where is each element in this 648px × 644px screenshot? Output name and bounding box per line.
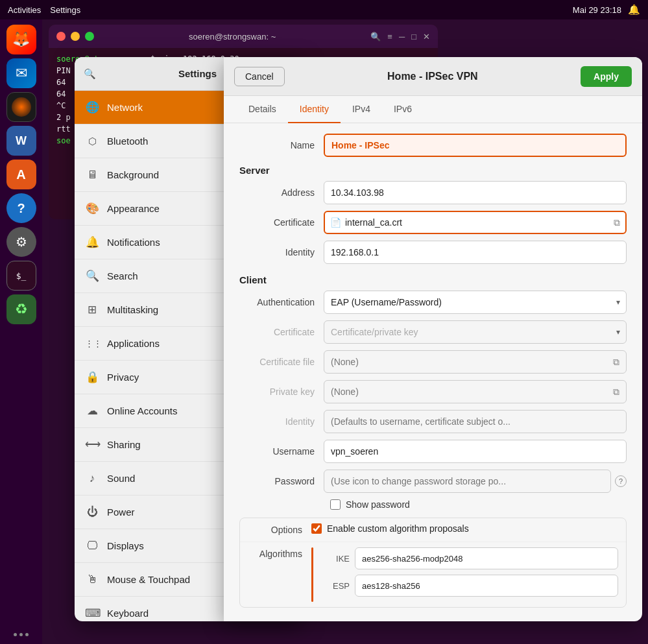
bluetooth-icon: ⬡ [85,136,99,147]
client-identity-input[interactable] [324,410,627,433]
multitasking-icon: ⊞ [85,303,99,316]
search-icon: 🔍 [85,269,99,283]
options-content: Enable custom algorithm proposals [311,518,626,539]
terminal-winclose-icon[interactable]: ✕ [423,32,430,42]
settings-item-privacy-label: Privacy [107,372,139,383]
bell-icon[interactable]: 🔔 [628,4,640,16]
private-key-copy-icon[interactable]: ⧉ [613,387,619,398]
terminal-search-icon[interactable]: 🔍 [370,32,381,42]
settings-item-appearance-label: Appearance [107,203,160,214]
private-key-row: Private key ⧉ [239,380,627,403]
private-key-field: ⧉ [324,380,627,403]
mouse-icon: 🖱 [85,573,99,586]
client-cert-select-wrapper: Certificate/private key ▾ [324,320,627,344]
apply-button[interactable]: Apply [581,66,632,87]
dock-item-appstore[interactable]: A [6,160,36,189]
enable-custom-algo-row: Enable custom algorithm proposals [311,523,618,534]
enable-custom-algo-checkbox[interactable] [311,523,322,534]
show-password-checkbox[interactable] [330,499,341,510]
vpn-dialog-title: Home - IPSec VPN [387,71,478,82]
dock-item-recycle[interactable]: ♻ [6,294,36,324]
client-cert-row: Certificate Certificate/private key ▾ [239,320,627,344]
terminal-minimize-btn[interactable]: − [71,32,80,41]
password-row: Password ? [239,470,627,493]
background-icon: 🖥 [85,169,99,182]
cert-file-input[interactable] [331,357,609,367]
settings-item-sound-label: Sound [107,473,135,484]
terminal-titlebar: × − + soeren@strongswan: ~ 🔍 ≡ ─ □ ✕ [49,25,438,48]
certificate-copy-icon[interactable]: ⧉ [614,217,620,228]
server-certificate-label: Certificate [239,217,324,228]
server-identity-row: Identity [239,241,627,264]
dock-item-writer[interactable]: W [6,126,36,156]
options-label: Options [240,518,311,542]
password-input[interactable] [324,470,611,493]
server-identity-input[interactable] [324,241,627,264]
dock-item-thunderbird[interactable]: ✉ [6,58,36,88]
cert-file-label: Certificate file [239,357,324,367]
notifications-icon: 🔔 [85,235,99,249]
keyboard-icon: ⌨ [85,606,99,620]
options-algorithms-section: Options Enable custom algorithm proposal… [239,518,627,608]
esp-row: ESP [324,575,618,597]
esp-input[interactable] [355,575,618,597]
app-name-label: Settings [50,5,80,15]
terminal-winmin-icon[interactable]: ─ [399,32,405,42]
cancel-button[interactable]: Cancel [234,67,285,86]
client-section-title: Client [239,274,627,285]
vpn-dialog: Cancel Home - IPSec VPN Apply Details Id… [224,57,642,621]
client-identity-label: Identity [239,416,324,427]
ike-row: IKE [324,547,618,569]
tab-identity[interactable]: Identity [288,96,341,123]
settings-item-online-accounts-label: Online Accounts [107,405,177,416]
dock-item-firefox[interactable]: 🦊 [6,25,36,54]
address-label: Address [239,187,324,198]
address-input[interactable] [324,181,627,204]
username-row: Username [239,440,627,463]
settings-item-background-label: Background [107,169,159,180]
enable-custom-algo-label: Enable custom algorithm proposals [327,523,469,534]
activities-label[interactable]: Activities [8,5,41,15]
vpn-tabs: Details Identity IPv4 IPv6 [224,96,642,123]
ike-input[interactable] [355,547,618,569]
terminal-maximize-btn[interactable]: + [85,32,94,41]
settings-item-network-label: Network [107,102,143,113]
terminal-close-btn[interactable]: × [56,32,66,41]
dock: 🦊 ✉ W A ? ⚙ $_ ♻ [0,19,42,644]
applications-icon: ⋮⋮ [85,339,99,348]
dock-item-settings[interactable]: ⚙ [6,227,36,257]
client-cert-label: Certificate [239,327,324,337]
algo-left-bar [311,547,313,602]
settings-item-mouse-touchpad-label: Mouse & Touchpad [107,574,190,585]
dock-apps-grid[interactable] [6,625,36,644]
topbar: Activities Settings Mai 29 23:18 🔔 [0,0,648,19]
password-help-icon[interactable]: ? [615,475,627,487]
terminal-menu-icon[interactable]: ≡ [387,32,392,42]
cert-file-copy-icon[interactable]: ⧉ [613,357,619,368]
network-icon: 🌐 [85,101,99,114]
username-input[interactable] [324,440,627,463]
settings-item-multitasking-label: Multitasking [107,304,158,315]
displays-icon: 🖵 [85,540,99,553]
client-cert-select[interactable]: Certificate/private key [324,320,627,344]
tab-ipv4[interactable]: IPv4 [341,96,382,123]
auth-select[interactable]: EAP (Username/Password) Certificate/priv… [324,291,627,314]
password-label: Password [239,476,324,486]
name-input[interactable] [324,134,627,157]
terminal-winsquare-icon[interactable]: □ [411,32,416,42]
vpn-form: Name Server Address Certificate 📄 intern… [224,123,642,617]
dock-item-help[interactable]: ? [6,193,36,223]
name-row: Name [239,134,627,157]
name-label: Name [239,140,324,150]
tab-ipv6[interactable]: IPv6 [382,96,424,123]
settings-search-icon[interactable]: 🔍 [84,68,96,80]
algorithms-label: Algorithms [240,542,311,566]
username-label: Username [239,446,324,457]
dock-item-rhythmbox[interactable] [6,92,36,122]
algorithms-row: Algorithms IKE ESP [240,542,626,607]
tab-details[interactable]: Details [237,96,288,123]
show-password-label: Show password [346,499,410,510]
dock-item-terminal[interactable]: $_ [6,261,36,291]
power-icon: ⏻ [85,506,99,519]
private-key-input[interactable] [331,387,609,397]
